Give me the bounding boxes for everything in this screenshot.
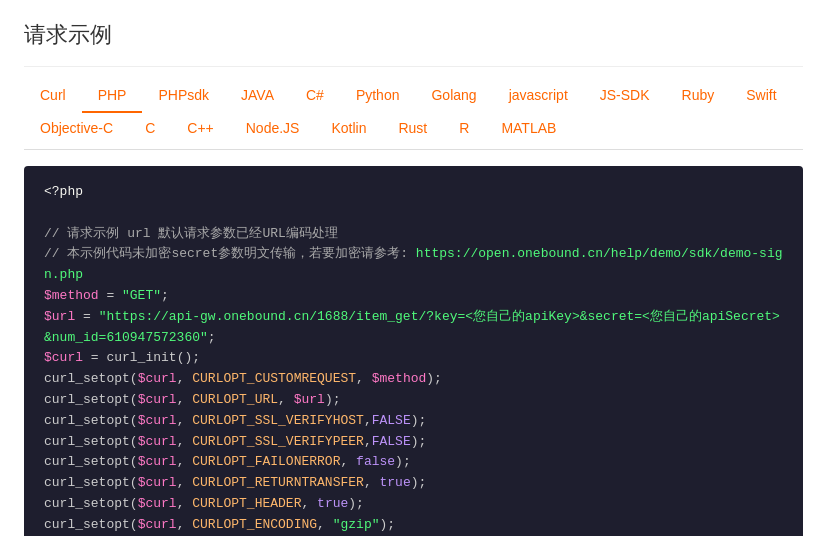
tab-c[interactable]: C	[129, 112, 171, 146]
tab-matlab[interactable]: MATLAB	[485, 112, 572, 146]
code-content: <?php // 请求示例 url 默认请求参数已经URL编码处理 // 本示例…	[44, 182, 783, 536]
tab-swift[interactable]: Swift	[730, 79, 792, 113]
tab-javascript[interactable]: javascript	[493, 79, 584, 113]
tab-java[interactable]: JAVA	[225, 79, 290, 113]
tab-objective-c[interactable]: Objective-C	[24, 112, 129, 146]
tabs-row-2: Objective-C C C++ Node.JS Kotlin Rust R …	[24, 112, 803, 149]
divider	[24, 66, 803, 67]
tab-csharp[interactable]: C#	[290, 79, 340, 113]
code-block: <?php // 请求示例 url 默认请求参数已经URL编码处理 // 本示例…	[24, 166, 803, 536]
tab-phpsdk[interactable]: PHPsdk	[142, 79, 225, 113]
tab-golang[interactable]: Golang	[415, 79, 492, 113]
tab-cpp[interactable]: C++	[171, 112, 229, 146]
tab-kotlin[interactable]: Kotlin	[315, 112, 382, 146]
tab-nodejs[interactable]: Node.JS	[230, 112, 316, 146]
tabs-row-1: Curl PHP PHPsdk JAVA C# Python Golang ja…	[24, 79, 803, 112]
page-title: 请求示例	[24, 20, 803, 50]
tab-ruby[interactable]: Ruby	[666, 79, 731, 113]
tab-r[interactable]: R	[443, 112, 485, 146]
tab-curl[interactable]: Curl	[24, 79, 82, 113]
tab-js-sdk[interactable]: JS-SDK	[584, 79, 666, 113]
tab-php[interactable]: PHP	[82, 79, 143, 113]
tabs-container: Curl PHP PHPsdk JAVA C# Python Golang ja…	[24, 79, 803, 150]
tab-rust[interactable]: Rust	[382, 112, 443, 146]
tab-python[interactable]: Python	[340, 79, 416, 113]
